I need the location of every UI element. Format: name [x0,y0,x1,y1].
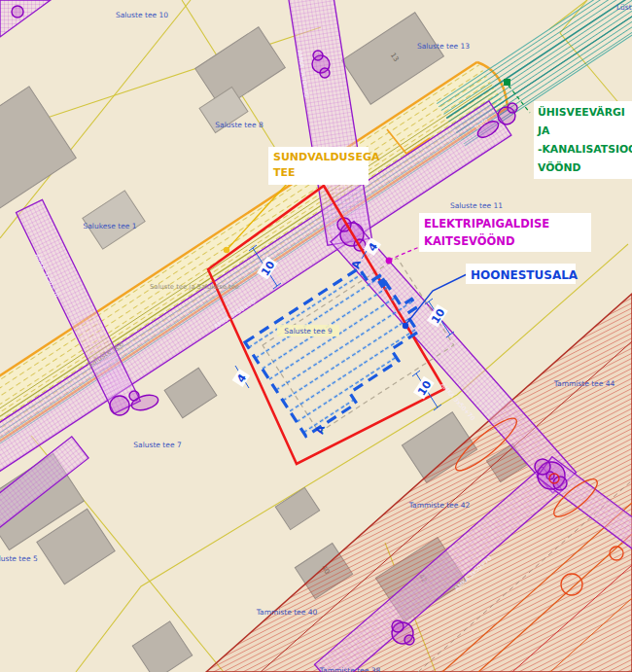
road-name-label: Saluste tee ja Salukese tee [150,283,239,291]
parcel-label: Tammiste tee 38 [319,666,381,672]
parcel-label: Saluste tee 8 [215,121,263,129]
parcel-label: Lüst [616,3,632,12]
leader-point [504,79,510,86]
leader-point [224,247,229,253]
parcel-label: Saluste tee 11 [450,201,503,210]
parcel-label: Salukese tee 1 [83,222,136,230]
leader-point [386,258,393,265]
parcel-label: Saluste tee 9 [284,327,333,336]
hoonestusala-point [403,323,408,329]
parcel-label: Saluste tee 13 [417,42,470,51]
parcel-label: Saluste tee 5 [0,554,38,563]
parcel-label: Saluste tee 10 [116,11,168,19]
parcel-label: Tammiste tee 44 [553,379,615,388]
parcel-label: Tammiste tee 42 [408,501,471,510]
callout-text: TEE [273,166,296,179]
callout-text: KAITSEVÖÖND [424,233,515,248]
planning-map: 13 40 42 [0,0,632,672]
parcel-label: Tammiste tee 40 [256,608,318,617]
callout-text: ÜHISVEEVÄRGI [538,105,625,119]
planning-map-canvas[interactable]: 13 40 42 [0,0,632,672]
callout-text: SUNDVALDUSEGA [273,151,380,163]
callout-text: HOONESTUSALA [471,268,579,282]
callout-text: JA [537,124,550,137]
parcel-label: Saluste tee 7 [133,441,182,449]
callout-text: ELEKTRIPAIGALDISE [424,217,549,230]
callout-text: VÖÖND [538,160,581,174]
callout-text: -KANALISATSIOONI [538,143,632,156]
